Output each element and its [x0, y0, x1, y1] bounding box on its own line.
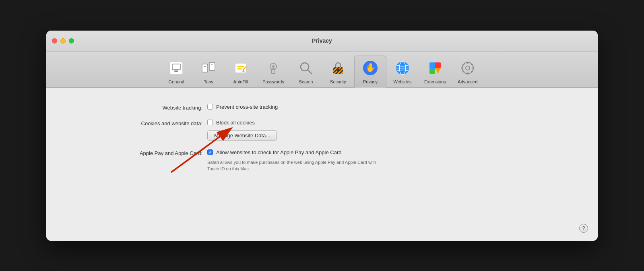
maximize-button[interactable]: [69, 38, 74, 43]
privacy-label: Privacy: [363, 79, 378, 84]
svg-line-17: [308, 70, 312, 74]
apple-pay-checkbox-row: Allow websites to check for Apple Pay an…: [207, 149, 376, 155]
website-tracking-row: Website tracking: Prevent cross-site tra…: [70, 104, 574, 111]
safari-preferences-window: Privacy General: [46, 31, 598, 241]
search-icon: [296, 58, 316, 78]
tabs-label: Tabs: [204, 79, 213, 84]
apple-pay-helper-text: Safari allows you to make purchases on t…: [207, 159, 376, 172]
apple-pay-label: Apple Pay and Apple Card:: [70, 149, 207, 156]
svg-rect-29: [435, 62, 441, 68]
help-button[interactable]: ?: [579, 224, 588, 233]
prevent-cross-site-checkbox[interactable]: [207, 104, 213, 110]
svg-rect-34: [467, 62, 468, 64]
cookies-control: Block all cookies Manage Website Data...: [207, 120, 277, 141]
tab-security[interactable]: Security: [322, 56, 354, 87]
svg-rect-4: [209, 62, 215, 70]
manage-website-data-button[interactable]: Manage Website Data...: [207, 130, 277, 141]
tab-search[interactable]: Search: [290, 56, 322, 87]
advanced-icon: [458, 58, 477, 78]
titlebar: Privacy: [46, 31, 598, 52]
tab-tabs[interactable]: Tabs: [192, 56, 225, 87]
tab-general[interactable]: General: [160, 56, 192, 87]
autofill-label: AutoFill: [233, 79, 248, 84]
svg-text:✋: ✋: [365, 62, 376, 73]
window-controls: [52, 38, 74, 43]
svg-point-22: [337, 69, 339, 71]
apple-pay-check-label: Allow websites to check for Apple Pay an…: [216, 149, 341, 155]
cookies-row: Cookies and website data: Block all cook…: [70, 120, 574, 141]
extensions-label: Extensions: [424, 79, 446, 84]
svg-point-13: [272, 65, 275, 68]
svg-rect-2: [174, 70, 178, 72]
toolbar-items: General Tabs: [160, 56, 484, 87]
website-tracking-control: Prevent cross-site tracking: [207, 104, 278, 110]
general-label: General: [169, 79, 184, 84]
prevent-cross-site-label: Prevent cross-site tracking: [216, 104, 278, 110]
block-cookies-checkbox[interactable]: [207, 120, 213, 125]
svg-rect-36: [461, 67, 463, 68]
minimize-button[interactable]: [60, 38, 66, 43]
tab-extensions[interactable]: Extensions: [419, 56, 452, 87]
prevent-tracking-row: Prevent cross-site tracking: [207, 104, 278, 110]
websites-label: Websites: [393, 79, 411, 84]
window-title: Privacy: [312, 37, 332, 44]
apple-pay-row: Apple Pay and Apple Card: Allow websites…: [70, 149, 574, 172]
svg-point-33: [466, 66, 470, 70]
tab-autofill[interactable]: AutoFill: [225, 56, 257, 87]
tab-privacy[interactable]: ✋ Privacy: [354, 56, 386, 88]
advanced-label: Advanced: [458, 79, 477, 84]
security-icon: [328, 58, 348, 78]
svg-rect-31: [429, 69, 435, 74]
svg-marker-30: [435, 68, 441, 74]
tab-passwords[interactable]: Passwords: [257, 56, 290, 87]
arrow-annotation: [151, 104, 272, 186]
svg-rect-37: [472, 67, 474, 68]
block-cookies-label: Block all cookies: [216, 120, 255, 126]
extensions-icon: [425, 58, 445, 78]
tab-advanced[interactable]: Advanced: [452, 56, 484, 87]
tabs-icon: [199, 58, 218, 78]
svg-rect-35: [467, 72, 468, 74]
autofill-icon: [231, 58, 250, 78]
apple-pay-checkbox[interactable]: [207, 149, 213, 155]
tab-websites[interactable]: Websites: [386, 56, 419, 87]
general-icon: [167, 58, 186, 78]
privacy-icon: ✋: [361, 58, 380, 78]
block-cookies-row: Block all cookies: [207, 120, 277, 126]
toolbar: General Tabs: [46, 52, 598, 88]
security-label: Security: [330, 79, 346, 84]
cookies-label: Cookies and website data:: [70, 120, 207, 126]
svg-rect-28: [429, 62, 436, 69]
close-button[interactable]: [52, 38, 57, 43]
passwords-label: Passwords: [262, 79, 284, 84]
search-label: Search: [299, 79, 313, 84]
website-tracking-label: Website tracking:: [70, 104, 207, 111]
content-area: Website tracking: Prevent cross-site tra…: [46, 88, 598, 241]
svg-rect-3: [202, 64, 208, 72]
passwords-icon: [264, 58, 283, 78]
svg-rect-0: [170, 62, 183, 74]
websites-icon: [393, 58, 412, 78]
apple-pay-control: Allow websites to check for Apple Pay an…: [207, 149, 376, 172]
